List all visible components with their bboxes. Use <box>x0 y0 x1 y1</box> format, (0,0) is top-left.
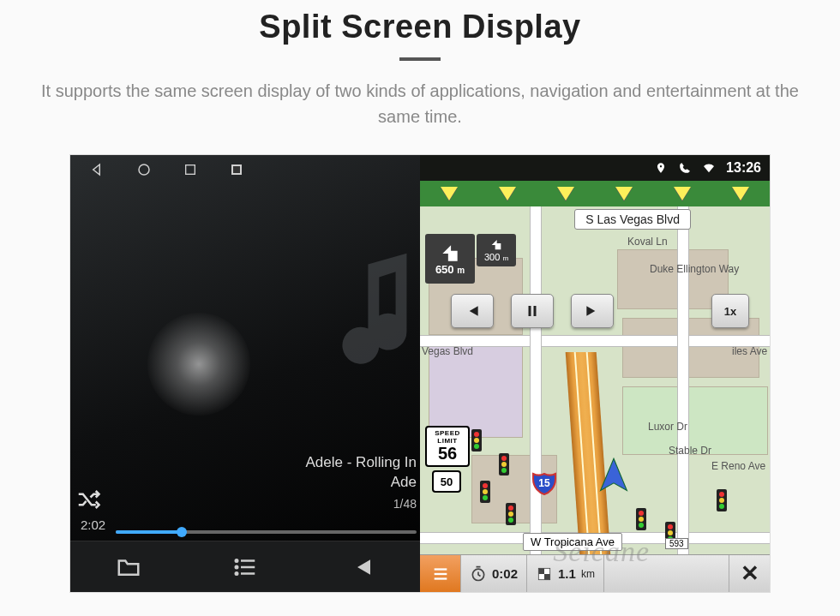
shuffle-button[interactable] <box>70 487 106 512</box>
music-player-pane: Adele - Rolling In Ade 1/48 2:02 <box>70 155 420 592</box>
wifi-icon <box>702 161 716 175</box>
current-street-sign: S Las Vegas Blvd <box>574 209 691 230</box>
traffic-light-icon <box>636 508 646 530</box>
lane-arrow-icon <box>557 187 574 200</box>
distance-unit: km <box>581 568 595 580</box>
track-title-line2: Ade <box>306 473 417 493</box>
speed-limit-sign: SPEED LIMIT 56 <box>425 426 470 467</box>
music-bottom-bar <box>70 541 420 592</box>
spotlight-glow <box>147 313 250 416</box>
svg-text:15: 15 <box>538 477 550 489</box>
svg-rect-3 <box>233 166 240 173</box>
svg-rect-19 <box>544 574 550 580</box>
next-distance: 300 <box>484 252 500 262</box>
page-subtitle: It supports the same screen display of t… <box>34 78 806 129</box>
nav-menu-button[interactable] <box>420 555 461 592</box>
svg-rect-10 <box>529 306 531 316</box>
track-counter: 1/48 <box>306 496 417 512</box>
traffic-light-icon <box>717 489 727 511</box>
eta-section[interactable]: 0:02 <box>461 555 527 592</box>
album-art-area <box>70 184 420 453</box>
recent-apps-icon[interactable] <box>182 161 199 178</box>
turn-unit: m <box>457 266 465 275</box>
traffic-light-icon <box>506 503 516 525</box>
svg-rect-1 <box>186 165 195 175</box>
sim-speed-button[interactable]: 1x <box>711 294 749 328</box>
primary-turn: 650 m <box>425 234 475 284</box>
next-unit: m <box>502 254 508 262</box>
speed-limit-value: 56 <box>427 445 468 462</box>
svg-point-9 <box>236 572 238 575</box>
svg-rect-11 <box>534 306 537 316</box>
sim-next-button[interactable] <box>571 294 614 328</box>
svg-point-0 <box>139 164 149 175</box>
elapsed-time: 2:02 <box>81 517 105 534</box>
clock-time: 13:26 <box>726 160 761 176</box>
playlist-icon[interactable] <box>230 552 261 583</box>
vehicle-cursor-icon <box>595 457 633 498</box>
turn-panel: 650 m 300 m <box>425 234 516 284</box>
page-title: Split Screen Display <box>0 9 840 45</box>
map-label-luxor: Luxor Dr <box>648 421 687 433</box>
map-label-miles: iles Ave <box>732 345 767 357</box>
svg-rect-18 <box>538 568 544 574</box>
lane-arrow-icon <box>441 187 458 200</box>
map-label-stable: Stable Dr <box>669 445 711 457</box>
exit-number: 593 <box>665 538 688 549</box>
distance-value: 1.1 <box>558 566 576 581</box>
android-nav-bar <box>70 155 420 184</box>
title-underline <box>399 57 441 61</box>
back-icon[interactable] <box>89 161 106 178</box>
lane-guidance-bar <box>420 181 770 206</box>
folder-icon[interactable] <box>113 552 144 583</box>
speed-limit-label1: SPEED <box>427 429 468 437</box>
lane-arrow-icon <box>732 187 749 200</box>
interstate-shield-icon: 15 <box>531 470 557 496</box>
lane-arrow-icon <box>499 187 516 200</box>
map-label-duke: Duke Ellington Way <box>650 263 739 275</box>
route-shield: 50 <box>432 470 461 493</box>
location-icon <box>654 161 668 175</box>
traffic-light-icon <box>471 429 482 452</box>
gallery-icon[interactable] <box>228 161 245 178</box>
traffic-light-icon <box>480 481 490 503</box>
lane-arrow-icon <box>674 187 691 200</box>
next-turn: 300 m <box>477 234 516 266</box>
status-bar: 13:26 <box>420 155 770 181</box>
sim-pause-button[interactable] <box>511 294 554 328</box>
lane-arrow-icon <box>615 187 633 200</box>
brand-watermark: Seicane <box>553 535 650 568</box>
highway <box>566 352 611 556</box>
home-icon[interactable] <box>135 161 153 178</box>
map-label-reno: E Reno Ave <box>711 460 765 472</box>
track-title-line1: Adele - Rolling In <box>306 453 417 473</box>
map-label-vegas: Vegas Blvd <box>422 345 473 357</box>
turn-distance: 650 <box>435 263 454 276</box>
eta-value: 0:02 <box>492 566 518 581</box>
sim-prev-button[interactable] <box>451 294 494 328</box>
phone-icon <box>678 161 692 175</box>
map-label-koval: Koval Ln <box>627 236 668 248</box>
previous-track-icon[interactable] <box>346 552 377 583</box>
track-info: Adele - Rolling In Ade 1/48 <box>306 453 420 512</box>
svg-point-7 <box>236 559 238 562</box>
navigation-pane: Koval Ln Duke Ellington Way Vegas Blvd i… <box>420 155 770 592</box>
device-screenshot: Adele - Rolling In Ade 1/48 2:02 <box>70 155 770 592</box>
progress-slider[interactable] <box>116 530 417 534</box>
svg-point-8 <box>236 565 238 568</box>
traffic-light-icon <box>499 453 509 475</box>
nav-close-button[interactable]: ✕ <box>729 555 770 592</box>
sim-playback-controls: 1x <box>451 294 749 328</box>
